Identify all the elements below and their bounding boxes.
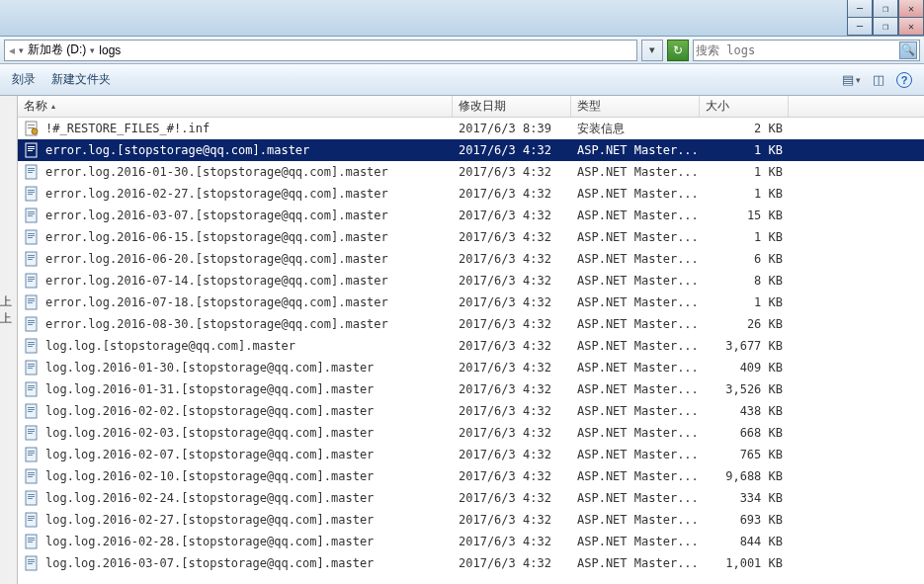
file-row[interactable]: log.log.2016-02-28.[stopstorage@qq.com].… bbox=[18, 531, 924, 552]
file-type-cell: ASP.NET Master... bbox=[571, 509, 700, 531]
column-name-label: 名称 bbox=[24, 98, 47, 115]
file-type-cell: 安装信息 bbox=[571, 118, 700, 139]
inner-close-button[interactable]: ✕ bbox=[898, 18, 924, 36]
file-row[interactable]: log.log.2016-02-07.[stopstorage@qq.com].… bbox=[18, 444, 924, 465]
svg-rect-69 bbox=[28, 494, 35, 495]
breadcrumb-back-icon[interactable]: ◂ bbox=[9, 43, 15, 57]
file-type-cell: ASP.NET Master... bbox=[571, 378, 700, 400]
column-header-name[interactable]: 名称 ▴ bbox=[18, 96, 453, 117]
file-name-cell: log.log.2016-02-10.[stopstorage@qq.com].… bbox=[18, 465, 453, 487]
file-date-cell: 2017/6/3 4:32 bbox=[453, 422, 571, 444]
svg-rect-13 bbox=[28, 190, 35, 191]
svg-rect-82 bbox=[28, 561, 35, 562]
restore-button[interactable]: ❐ bbox=[873, 0, 898, 18]
inner-minimize-button[interactable]: ─ bbox=[847, 18, 873, 36]
file-row[interactable]: error.log.2016-07-18.[stopstorage@qq.com… bbox=[18, 292, 924, 313]
file-row[interactable]: log.log.2016-02-10.[stopstorage@qq.com].… bbox=[18, 465, 924, 487]
file-name-cell: log.log.2016-02-02.[stopstorage@qq.com].… bbox=[18, 400, 453, 422]
refresh-button[interactable]: ↻ bbox=[667, 40, 689, 61]
master-file-icon bbox=[24, 316, 40, 332]
column-header-type[interactable]: 类型 bbox=[571, 96, 700, 117]
new-folder-button[interactable]: 新建文件夹 bbox=[51, 71, 111, 88]
file-name-text: log.log.2016-01-31.[stopstorage@qq.com].… bbox=[45, 382, 374, 396]
breadcrumb[interactable]: ◂ ▾ 新加卷 (D:) ▾ logs bbox=[4, 40, 637, 61]
svg-rect-19 bbox=[28, 215, 33, 216]
svg-rect-1 bbox=[28, 125, 35, 125]
file-row[interactable]: log.log.[stopstorage@qq.com].master2017/… bbox=[18, 335, 924, 357]
file-row[interactable]: error.log.2016-08-30.[stopstorage@qq.com… bbox=[18, 313, 924, 335]
left-panel-text: 上上 bbox=[0, 96, 17, 327]
file-type-cell: ASP.NET Master... bbox=[571, 183, 700, 205]
file-date-cell: 2017/6/3 4:32 bbox=[453, 444, 571, 465]
file-name-text: error.log.2016-01-30.[stopstorage@qq.com… bbox=[45, 165, 388, 179]
file-date-cell: 2017/6/3 4:32 bbox=[453, 465, 571, 487]
search-input[interactable] bbox=[696, 43, 899, 57]
search-icon[interactable]: 🔍 bbox=[899, 42, 917, 59]
file-type-cell: ASP.NET Master... bbox=[571, 139, 700, 161]
file-size-cell: 1 KB bbox=[700, 161, 789, 183]
column-header-date[interactable]: 修改日期 bbox=[453, 96, 571, 117]
file-date-cell: 2017/6/3 4:32 bbox=[453, 226, 571, 248]
view-options-button[interactable]: ▤▾ bbox=[841, 70, 861, 90]
svg-rect-51 bbox=[28, 389, 33, 390]
file-size-cell: 409 KB bbox=[700, 357, 789, 378]
preview-pane-button[interactable]: ◫ bbox=[869, 70, 888, 90]
master-file-icon bbox=[24, 338, 40, 354]
file-size-cell: 3,526 KB bbox=[700, 378, 789, 400]
svg-rect-70 bbox=[28, 496, 35, 497]
file-row[interactable]: log.log.2016-01-30.[stopstorage@qq.com].… bbox=[18, 357, 924, 378]
svg-point-3 bbox=[32, 128, 38, 134]
file-type-cell: ASP.NET Master... bbox=[571, 357, 700, 378]
file-row[interactable]: error.log.2016-06-20.[stopstorage@qq.com… bbox=[18, 248, 924, 270]
master-file-icon bbox=[24, 447, 40, 462]
file-list[interactable]: 名称 ▴ 修改日期 类型 大小 !#_RESTORE_FILES_#!.inf2… bbox=[18, 96, 924, 584]
sort-ascending-icon: ▴ bbox=[51, 102, 55, 111]
master-file-icon bbox=[24, 381, 40, 397]
file-row[interactable]: log.log.2016-01-31.[stopstorage@qq.com].… bbox=[18, 378, 924, 400]
svg-rect-77 bbox=[28, 538, 35, 539]
file-row[interactable]: error.log.2016-01-30.[stopstorage@qq.com… bbox=[18, 161, 924, 183]
breadcrumb-segment-folder[interactable]: logs bbox=[99, 43, 121, 57]
file-type-cell: ASP.NET Master... bbox=[571, 292, 700, 313]
breadcrumb-segment-drive[interactable]: 新加卷 (D:) bbox=[28, 42, 86, 58]
burn-button[interactable]: 刻录 bbox=[12, 71, 36, 88]
file-row[interactable]: log.log.2016-02-02.[stopstorage@qq.com].… bbox=[18, 400, 924, 422]
master-file-icon bbox=[24, 142, 40, 158]
file-row[interactable]: error.log.2016-03-07.[stopstorage@qq.com… bbox=[18, 205, 924, 226]
file-row[interactable]: log.log.2016-02-24.[stopstorage@qq.com].… bbox=[18, 487, 924, 509]
file-name-text: log.log.2016-02-24.[stopstorage@qq.com].… bbox=[45, 491, 374, 505]
file-row[interactable]: error.log.[stopstorage@qq.com].master201… bbox=[18, 139, 924, 161]
search-box[interactable]: 🔍 bbox=[693, 40, 920, 61]
breadcrumb-dropdown-button[interactable]: ▾ bbox=[641, 40, 663, 61]
svg-rect-42 bbox=[28, 344, 35, 345]
file-name-text: log.log.2016-02-02.[stopstorage@qq.com].… bbox=[45, 404, 374, 418]
svg-rect-67 bbox=[28, 476, 33, 477]
master-file-icon bbox=[24, 186, 40, 202]
file-row[interactable]: log.log.2016-02-03.[stopstorage@qq.com].… bbox=[18, 422, 924, 444]
file-size-cell: 3,677 KB bbox=[700, 335, 789, 357]
file-row[interactable]: error.log.2016-02-27.[stopstorage@qq.com… bbox=[18, 183, 924, 205]
svg-rect-57 bbox=[28, 429, 35, 430]
minimize-button[interactable]: ─ bbox=[847, 0, 873, 18]
file-row[interactable]: !#_RESTORE_FILES_#!.inf2017/6/3 8:39安装信息… bbox=[18, 118, 924, 139]
master-file-icon bbox=[24, 251, 40, 267]
file-name-text: log.log.[stopstorage@qq.com].master bbox=[45, 339, 295, 353]
file-row[interactable]: log.log.2016-02-27.[stopstorage@qq.com].… bbox=[18, 509, 924, 531]
close-button[interactable]: ✕ bbox=[898, 0, 924, 18]
column-header-size[interactable]: 大小 bbox=[700, 96, 789, 117]
svg-rect-9 bbox=[28, 168, 35, 169]
file-name-cell: error.log.2016-06-20.[stopstorage@qq.com… bbox=[18, 248, 453, 270]
help-button[interactable]: ? bbox=[896, 72, 912, 88]
file-type-cell: ASP.NET Master... bbox=[571, 161, 700, 183]
file-type-cell: ASP.NET Master... bbox=[571, 226, 700, 248]
svg-rect-39 bbox=[28, 324, 33, 325]
file-row[interactable]: error.log.2016-06-15.[stopstorage@qq.com… bbox=[18, 226, 924, 248]
file-row[interactable]: error.log.2016-07-14.[stopstorage@qq.com… bbox=[18, 270, 924, 292]
file-name-text: error.log.2016-06-15.[stopstorage@qq.com… bbox=[45, 230, 388, 244]
left-panel-edge: 上上 bbox=[0, 96, 18, 584]
inner-restore-button[interactable]: ❐ bbox=[873, 18, 898, 36]
file-row[interactable]: log.log.2016-03-07.[stopstorage@qq.com].… bbox=[18, 552, 924, 574]
master-file-icon bbox=[24, 273, 40, 289]
column-size-label: 大小 bbox=[706, 98, 729, 115]
svg-rect-54 bbox=[28, 409, 35, 410]
